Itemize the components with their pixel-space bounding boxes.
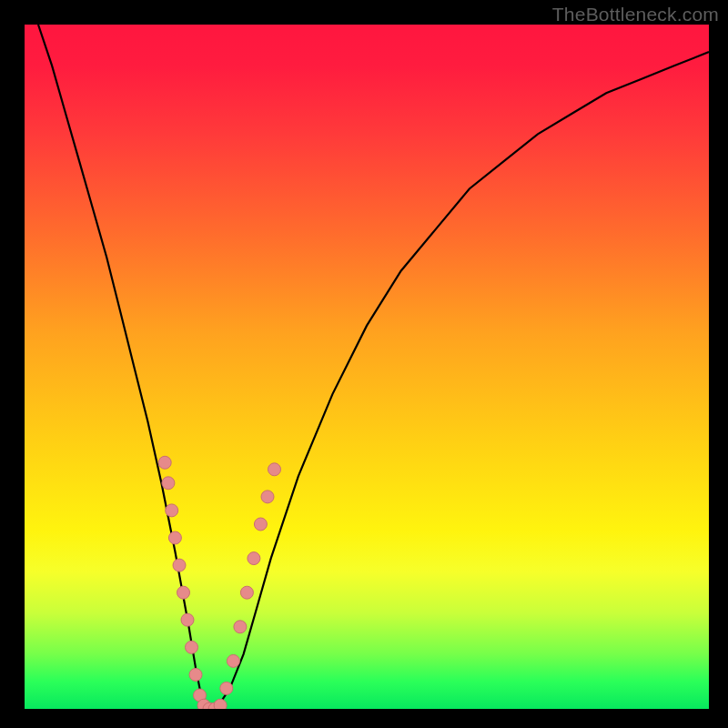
curve-svg bbox=[25, 25, 709, 709]
data-marker bbox=[181, 613, 194, 626]
data-marker bbox=[168, 531, 181, 544]
data-marker bbox=[234, 621, 247, 633]
data-marker bbox=[261, 490, 274, 503]
chart-frame: TheBottleneck.com bbox=[0, 0, 728, 728]
data-marker bbox=[248, 552, 260, 565]
data-marker bbox=[158, 456, 171, 469]
watermark-text: TheBottleneck.com bbox=[552, 4, 719, 25]
data-marker bbox=[268, 463, 281, 476]
data-marker bbox=[186, 641, 198, 653]
data-marker bbox=[166, 504, 178, 517]
curve-path bbox=[38, 25, 709, 709]
data-marker bbox=[189, 668, 202, 681]
data-marker bbox=[220, 682, 233, 694]
data-marker bbox=[227, 654, 239, 667]
data-marker bbox=[254, 518, 267, 531]
data-marker bbox=[214, 699, 227, 709]
bottleneck-curve bbox=[38, 25, 709, 709]
data-marker bbox=[240, 586, 253, 599]
data-marker bbox=[177, 586, 190, 599]
marker-group bbox=[158, 456, 280, 709]
data-marker bbox=[173, 559, 186, 571]
data-marker bbox=[162, 477, 175, 490]
plot-area bbox=[25, 25, 709, 709]
